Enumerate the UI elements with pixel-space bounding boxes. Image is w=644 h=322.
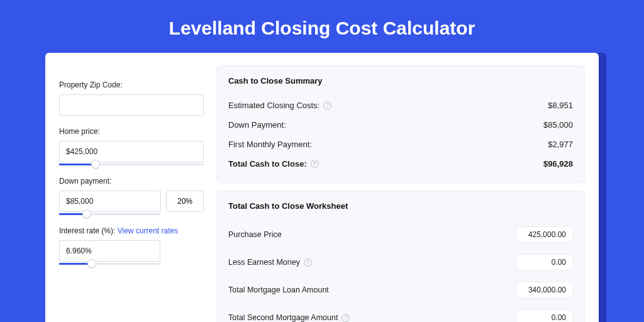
summary-row-total: Total Cash to Close: ? $96,928 xyxy=(228,154,573,174)
summary-label: Estimated Closing Costs: xyxy=(228,101,319,110)
zip-input[interactable] xyxy=(59,94,204,116)
summary-label: Total Cash to Close: xyxy=(228,159,307,169)
worksheet-row-mortgage-loan: Total Mortgage Loan Amount 340,000.00 xyxy=(228,276,573,304)
summary-row-closing-costs: Estimated Closing Costs: ? $8,951 xyxy=(228,96,573,115)
zip-label: Property Zip Code: xyxy=(59,80,204,89)
summary-label: Down Payment: xyxy=(228,120,286,130)
worksheet-value[interactable]: 0.00 xyxy=(516,254,573,270)
worksheet-label: Less Earnest Money xyxy=(228,258,300,267)
summary-label-wrap: Total Cash to Close: ? xyxy=(228,159,319,169)
slider-fill xyxy=(59,213,82,215)
slider-thumb[interactable] xyxy=(82,209,91,218)
summary-value: $85,000 xyxy=(543,120,573,130)
interest-label: Interest rate (%): xyxy=(59,226,118,235)
summary-label-wrap: Estimated Closing Costs: ? xyxy=(228,101,331,110)
zip-field-group: Property Zip Code: xyxy=(59,80,204,116)
interest-label-row: Interest rate (%): View current rates xyxy=(59,226,204,235)
slider-thumb[interactable] xyxy=(87,259,96,268)
worksheet-value[interactable]: 340,000.00 xyxy=(516,282,573,298)
home-price-label: Home price: xyxy=(59,127,204,136)
help-icon[interactable]: ? xyxy=(311,160,319,168)
inputs-column: Property Zip Code: Home price: Down paym… xyxy=(59,65,204,322)
home-price-input[interactable] xyxy=(59,141,204,162)
summary-value: $8,951 xyxy=(548,101,573,110)
home-price-field-group: Home price: xyxy=(59,127,204,165)
page-title: Levelland Closing Cost Calculator xyxy=(0,0,644,53)
worksheet-row-purchase-price: Purchase Price 425,000.00 xyxy=(228,221,573,248)
interest-slider[interactable] xyxy=(59,263,160,265)
down-payment-percent[interactable]: 20% xyxy=(166,191,204,212)
worksheet-label: Purchase Price xyxy=(228,230,282,239)
slider-thumb[interactable] xyxy=(91,160,100,169)
view-rates-link[interactable]: View current rates xyxy=(118,226,179,235)
summary-title: Cash to Close Summary xyxy=(228,76,573,86)
calculator-card: Property Zip Code: Home price: Down paym… xyxy=(45,53,599,322)
worksheet-label-wrap: Total Second Mortgage Amount ? xyxy=(228,313,350,322)
worksheet-value[interactable]: 0.00 xyxy=(516,309,573,322)
worksheet-label: Total Second Mortgage Amount xyxy=(228,313,338,322)
down-payment-input[interactable] xyxy=(59,191,161,212)
calculator-container: Property Zip Code: Home price: Down paym… xyxy=(45,53,599,322)
slider-fill xyxy=(59,164,91,165)
summary-row-first-payment: First Monthly Payment: $2,977 xyxy=(228,135,573,154)
worksheet-title: Total Cash to Close Worksheet xyxy=(228,201,573,211)
worksheet-row-earnest-money: Less Earnest Money ? 0.00 xyxy=(228,248,573,276)
help-icon[interactable]: ? xyxy=(323,101,331,109)
slider-fill xyxy=(59,263,87,265)
down-payment-row: 20% xyxy=(59,191,204,212)
worksheet-panel: Total Cash to Close Worksheet Purchase P… xyxy=(216,191,585,322)
summary-value: $2,977 xyxy=(548,140,573,149)
summary-panel: Cash to Close Summary Estimated Closing … xyxy=(216,65,585,183)
summary-label: First Monthly Payment: xyxy=(228,140,312,149)
worksheet-label: Total Mortgage Loan Amount xyxy=(228,286,329,294)
down-payment-slider[interactable] xyxy=(59,213,160,215)
worksheet-label-wrap: Less Earnest Money ? xyxy=(228,258,312,267)
home-price-slider[interactable] xyxy=(59,164,204,165)
help-icon[interactable]: ? xyxy=(304,258,312,267)
down-payment-label: Down payment: xyxy=(59,177,204,186)
worksheet-value[interactable]: 425,000.00 xyxy=(516,226,573,243)
worksheet-row-second-mortgage: Total Second Mortgage Amount ? 0.00 xyxy=(228,304,573,322)
results-column: Cash to Close Summary Estimated Closing … xyxy=(216,65,585,322)
interest-input[interactable] xyxy=(59,240,160,262)
down-payment-field-group: Down payment: 20% xyxy=(59,177,204,215)
interest-field-group: Interest rate (%): View current rates xyxy=(59,226,204,265)
summary-row-down-payment: Down Payment: $85,000 xyxy=(228,115,573,135)
summary-value: $96,928 xyxy=(543,159,573,169)
help-icon[interactable]: ? xyxy=(341,314,350,322)
